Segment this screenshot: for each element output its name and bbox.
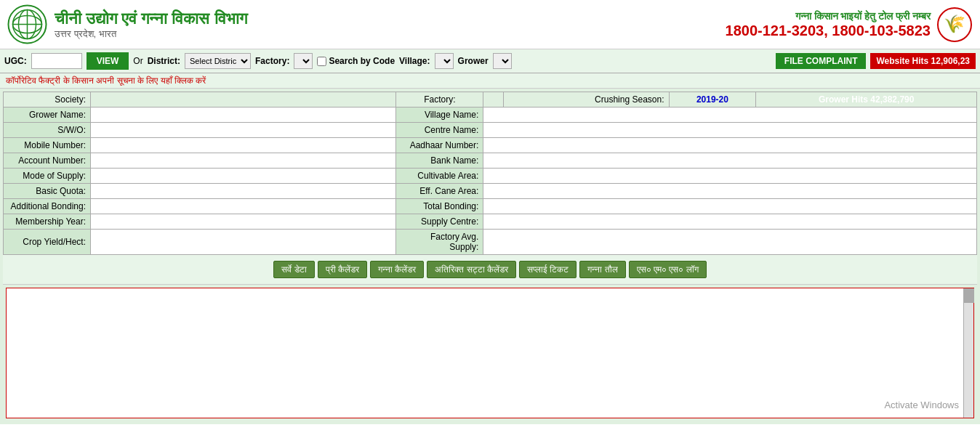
tab-bar: सर्वे डेटा प्री कैलेंडर गन्ना कैलेंडर अत… [3, 255, 977, 285]
membership-row: Membership Year: Supply Centre: [4, 214, 977, 230]
district-label: District: [148, 56, 180, 66]
supply-centre-value-cell [483, 214, 977, 230]
factory-avg-value-cell [483, 230, 977, 255]
header-title: चीनी उद्योग एवं गन्ना विकास विभाग उत्तर … [55, 9, 247, 40]
tab-sms-log[interactable]: एस० एम० एस० लॉग [629, 261, 707, 278]
village-select[interactable] [435, 53, 454, 69]
website-hits-badge: Website Hits 12,906,23 [870, 53, 976, 69]
header-right: गन्ना किसान भाइयों हेतु टोल फ्री नम्बर 1… [726, 7, 973, 43]
membership-label-cell: Membership Year: [4, 214, 91, 230]
search-by-code-checkbox[interactable] [317, 57, 326, 66]
society-label: Society: [55, 94, 86, 105]
factory-label-top: Factory: [424, 94, 455, 105]
grower-select[interactable] [493, 53, 512, 69]
basic-quota-value-cell [91, 184, 396, 199]
bank-value-cell [483, 153, 977, 169]
header: चीनी उद्योग एवं गन्ना विकास विभाग उत्तर … [0, 0, 980, 49]
tab-survey-data[interactable]: सर्वे डेटा [273, 261, 314, 278]
org-logo [7, 4, 47, 44]
sw-value-cell [91, 123, 396, 138]
ugc-input[interactable] [31, 53, 82, 69]
mobile-value-cell [91, 138, 396, 153]
account-label-cell: Account Number: [4, 153, 91, 169]
factory-avg-label-cell: Factory Avg. Supply: [396, 230, 483, 255]
mobile-row: Mobile Number: Aadhaar Number: [4, 138, 977, 153]
account-row: Account Number: Bank Name: [4, 153, 977, 169]
season-row: Society: Factory: Crushing Season: 2019-… [4, 92, 977, 108]
crop-yield-value-cell [91, 230, 396, 255]
activate-windows-watermark: Activate Windows [884, 400, 959, 410]
crushing-season-label: Crushing Season: [595, 94, 664, 105]
svg-text:🌾: 🌾 [944, 13, 965, 34]
search-by-code-label[interactable]: Search by Code [317, 56, 395, 66]
grower-name-label-cell: Grower Name: [4, 108, 91, 123]
notice-bar[interactable]: कॉर्पोरेटिव फैक्ट्री के किसान अपनी सूचना… [0, 73, 980, 89]
org-subtitle: उत्तर प्रदेश, भारत [55, 28, 247, 40]
toll-number: 1800-121-3203, 1800-103-5823 [726, 23, 931, 39]
grower-name-value-cell [91, 108, 396, 123]
file-complaint-button[interactable]: FILE COMPLAINT [776, 53, 867, 69]
grower-label: Grower [458, 56, 489, 66]
tab-ganna-tol[interactable]: गन्ना तौल [579, 261, 625, 278]
cultivable-label-cell: Cultivable Area: [396, 169, 483, 184]
sw-row: S/W/O: Centre Name: [4, 123, 977, 138]
notice-text: कॉर्पोरेटिव फैक्ट्री के किसान अपनी सूचना… [6, 76, 206, 86]
content-area: Activate Windows [6, 288, 974, 418]
mode-row: Mode of Supply: Cultivable Area: [4, 169, 977, 184]
centre-label-cell: Centre Name: [396, 123, 483, 138]
bank-label-cell: Bank Name: [396, 153, 483, 169]
scrollbar-thumb[interactable] [964, 288, 974, 303]
right-logo-icon: 🌾 [936, 7, 973, 43]
cultivable-value-cell [483, 169, 977, 184]
grower-hits-cell: Grower Hits 42,382,790 [756, 92, 977, 108]
factory-select[interactable] [294, 53, 313, 69]
mobile-label-cell: Mobile Number: [4, 138, 91, 153]
eff-cane-value-cell [483, 184, 977, 199]
bonding-row: Additional Bonding: Total Bonding: [4, 199, 977, 214]
tab-additional-calendar[interactable]: अतिरिक्त सट्टा कैलेंडर [427, 261, 516, 278]
mode-value-cell [91, 169, 396, 184]
sw-label-cell: S/W/O: [4, 123, 91, 138]
village-name-value-cell [483, 108, 977, 123]
district-select[interactable]: Select Distric [185, 53, 251, 69]
mode-label-cell: Mode of Supply: [4, 169, 91, 184]
tab-ganna-calendar[interactable]: गन्ना कैलेंडर [370, 261, 424, 278]
total-bonding-label-cell: Total Bonding: [396, 199, 483, 214]
account-value-cell [91, 153, 396, 169]
or-text: Or [133, 56, 142, 66]
basic-quota-label-cell: Basic Quota: [4, 184, 91, 199]
crushing-season-value: 2019-20 [696, 94, 728, 105]
aadhaar-label-cell: Aadhaar Number: [396, 138, 483, 153]
add-bonding-label-cell: Additional Bonding: [4, 199, 91, 214]
header-left: चीनी उद्योग एवं गन्ना विकास विभाग उत्तर … [7, 4, 247, 44]
toll-free-info: गन्ना किसान भाइयों हेतु टोल फ्री नम्बर 1… [726, 10, 931, 39]
tab-pre-calendar[interactable]: प्री कैलेंडर [318, 261, 367, 278]
quota-row: Basic Quota: Eff. Cane Area: [4, 184, 977, 199]
info-table: Society: Factory: Crushing Season: 2019-… [3, 92, 977, 255]
toolbar: UGC: VIEW Or District: Select Distric Fa… [0, 49, 980, 73]
tab-supply-ticket[interactable]: सप्लाई टिकट [519, 261, 577, 278]
crop-row: Crop Yield/Hect: Factory Avg. Supply: [4, 230, 977, 255]
view-button[interactable]: VIEW [87, 52, 129, 70]
org-name: चीनी उद्योग एवं गन्ना विकास विभाग [55, 9, 247, 28]
total-bonding-value-cell [483, 199, 977, 214]
toll-label: गन्ना किसान भाइयों हेतु टोल फ्री नम्बर [726, 10, 931, 23]
village-name-label-cell: Village Name: [396, 108, 483, 123]
scrollbar-track[interactable] [963, 288, 973, 418]
village-label: Village: [399, 56, 430, 66]
aadhaar-value-cell [483, 138, 977, 153]
main-content: Society: Factory: Crushing Season: 2019-… [0, 89, 980, 424]
ugc-label: UGC: [4, 56, 27, 66]
grower-row: Grower Name: Village Name: [4, 108, 977, 123]
centre-value-cell [483, 123, 977, 138]
membership-value-cell [91, 214, 396, 230]
eff-cane-label-cell: Eff. Cane Area: [396, 184, 483, 199]
factory-label: Factory: [255, 56, 289, 66]
add-bonding-value-cell [91, 199, 396, 214]
crop-yield-label-cell: Crop Yield/Hect: [4, 230, 91, 255]
supply-centre-label-cell: Supply Centre: [396, 214, 483, 230]
